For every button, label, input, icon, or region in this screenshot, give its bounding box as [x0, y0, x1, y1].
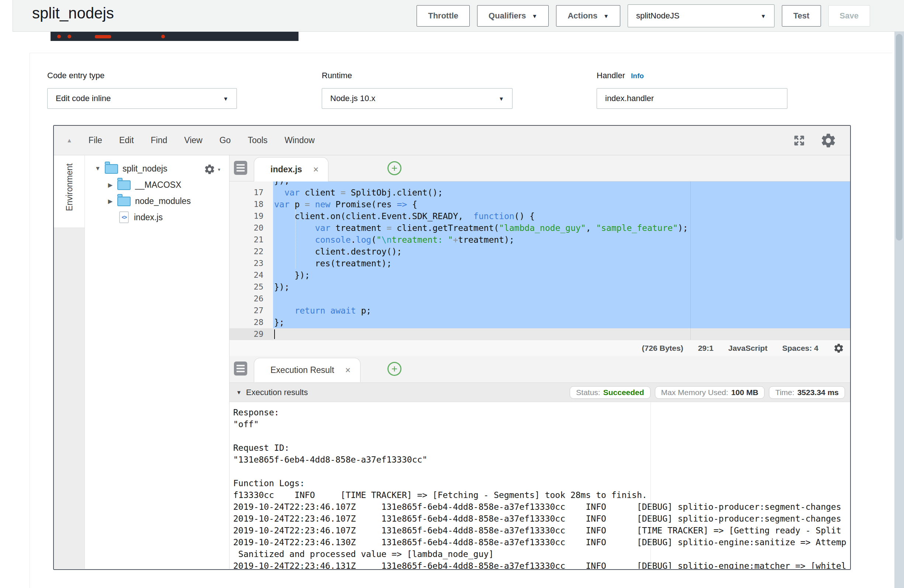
error-bar-icon — [95, 35, 111, 38]
gutter-line-number[interactable]: 28 — [229, 316, 273, 328]
badge-label: Max Memory Used: — [661, 388, 729, 397]
log-line-0: Response: — [233, 406, 850, 418]
file-tree-panel: ▼split_nodejs▶__MACOSX▶node_modules<>ind… — [85, 155, 229, 569]
menu-item-window[interactable]: Window — [284, 135, 315, 145]
menu-item-tools[interactable]: Tools — [248, 135, 267, 145]
chevron-right-icon[interactable]: ▶ — [106, 182, 115, 188]
statusbar-gear-icon[interactable] — [833, 343, 844, 354]
runtime-value: Node.js 10.x — [330, 94, 375, 103]
chevron-down-icon: ▼ — [603, 13, 609, 19]
execution-output[interactable]: Response:"off" Request ID:"131e865f-6eb4… — [229, 402, 850, 569]
chevron-down-icon[interactable]: ▼ — [236, 389, 242, 395]
gutter-line-number[interactable]: 22 — [229, 246, 273, 258]
close-icon[interactable]: × — [313, 165, 319, 174]
chevron-down-icon: ▼ — [760, 13, 766, 19]
gutter-line-number[interactable]: 21 — [229, 234, 273, 246]
aws-lambda-function-page: split_nodejs Throttle Qualifiers ▼ Actio… — [0, 0, 904, 588]
handler-label: Handler — [597, 71, 625, 81]
scrollbar-thumb[interactable] — [896, 34, 902, 240]
handler-info-link[interactable]: Info — [631, 72, 644, 80]
fullscreen-icon[interactable] — [793, 134, 806, 147]
menu-item-go[interactable]: Go — [220, 135, 231, 145]
code-line-content: var treatment = client.getTreatment("lam… — [273, 222, 850, 234]
execution-results-header: ▼ Execution results Status:SucceededMax … — [229, 383, 850, 402]
gutter-line-number[interactable]: 29 — [229, 328, 273, 340]
environment-tab-strip: Environment — [54, 155, 85, 569]
editor-settings-gear-icon[interactable] — [820, 132, 837, 149]
editor-menu-bar: ▲ FileEditFindViewGoToolsWindow — [54, 126, 850, 155]
code-entry-type-group: Code entry type Edit code inline ▼ — [47, 71, 237, 109]
runtime-group: Runtime Node.js 10.x ▼ — [322, 71, 512, 109]
code-line-content: return await p; — [273, 305, 850, 316]
tree-item-label: split_nodejs — [123, 164, 167, 174]
test-button[interactable]: Test — [782, 5, 821, 27]
log-line-11: 2019-10-24T22:23:46.130Z 131e865f-6eb4-4… — [233, 536, 850, 548]
throttle-button-label: Throttle — [428, 11, 458, 21]
chevron-down-icon: ▼ — [532, 13, 537, 19]
gutter-line-number[interactable]: 19 — [229, 210, 273, 222]
menu-item-find[interactable]: Find — [151, 135, 168, 145]
code-line-content: var p = new Promise(res => { — [273, 198, 850, 210]
folder-icon — [117, 197, 131, 206]
handler-input-value: index.handler — [605, 94, 654, 103]
code-line-content — [273, 328, 850, 340]
code-line-content: res(treatment); — [273, 258, 850, 269]
code-editor[interactable]: });17 var client = SplitObj.client();18v… — [229, 182, 850, 340]
execution-tab-bar: Execution Result × + — [229, 356, 850, 383]
indentation-setting[interactable]: Spaces: 4 — [782, 344, 819, 352]
menu-item-view[interactable]: View — [184, 135, 202, 145]
chevron-right-icon[interactable]: ▶ — [106, 198, 115, 205]
gutter-cell — [229, 182, 273, 187]
tab-index-js-label: index.js — [270, 164, 302, 174]
error-dot-icon — [68, 35, 71, 38]
language-mode[interactable]: JavaScript — [729, 344, 768, 352]
tab-index-js[interactable]: index.js × — [254, 157, 329, 182]
editor-pane: index.js × + });17 var client = SplitObj… — [229, 155, 850, 569]
handler-input[interactable]: index.handler — [597, 88, 787, 109]
code-line-23: 23 res(treatment); — [229, 258, 850, 269]
collapse-pane-icon[interactable]: ▲ — [66, 137, 72, 144]
log-line-6: Function Logs: — [233, 477, 850, 489]
runtime-select[interactable]: Node.js 10.x ▼ — [322, 88, 512, 109]
menu-item-edit[interactable]: Edit — [119, 135, 134, 145]
actions-button[interactable]: Actions ▼ — [556, 5, 620, 27]
chevron-down-icon[interactable]: ▼ — [93, 165, 103, 172]
tab-list-icon[interactable] — [234, 161, 247, 175]
gutter-line-number[interactable]: 17 — [229, 187, 273, 198]
gutter-line-number[interactable]: 24 — [229, 269, 273, 281]
badge-value: 3523.34 ms — [797, 388, 839, 397]
code-line-content: var client = SplitObj.client(); — [273, 187, 850, 198]
menu-item-file[interactable]: File — [89, 135, 102, 145]
test-event-select[interactable]: splitNodeJS ▼ — [627, 5, 774, 27]
tab-list-icon[interactable] — [234, 362, 247, 376]
log-line-3: Request ID: — [233, 442, 850, 454]
gutter-line-number[interactable]: 27 — [229, 305, 273, 316]
tree-row-node_modules[interactable]: ▶node_modules — [85, 193, 229, 209]
close-icon[interactable]: × — [345, 365, 351, 375]
code-entry-type-select[interactable]: Edit code inline ▼ — [47, 88, 237, 109]
save-button[interactable]: Save — [828, 5, 870, 27]
log-line-13: 2019-10-24T22:23:46.131Z 131e865f-6eb4-4… — [233, 560, 850, 569]
gutter-line-number[interactable]: 18 — [229, 198, 273, 210]
gutter-line-number[interactable]: 20 — [229, 222, 273, 234]
throttle-button[interactable]: Throttle — [417, 5, 470, 27]
code-rows: });17 var client = SplitObj.client();18v… — [229, 182, 850, 340]
new-tab-icon[interactable]: + — [387, 362, 401, 376]
qualifiers-button[interactable]: Qualifiers ▼ — [477, 5, 549, 27]
page-scrollbar[interactable] — [895, 32, 904, 588]
tree-item-label: __MACOSX — [135, 180, 181, 190]
editor-tab-bar: index.js × + — [229, 155, 850, 182]
file-tree-settings[interactable]: ▾ — [204, 163, 220, 175]
gutter-line-number[interactable]: 26 — [229, 293, 273, 305]
handler-group: Handler Info index.handler — [597, 71, 787, 109]
tree-row-__MACOSX[interactable]: ▶__MACOSX — [85, 177, 229, 193]
tree-row-index.js[interactable]: <>index.js — [85, 209, 229, 225]
save-button-label: Save — [840, 11, 859, 21]
tree-item-label: node_modules — [135, 196, 191, 206]
tab-execution-result[interactable]: Execution Result × — [254, 358, 360, 382]
new-tab-icon[interactable]: + — [387, 161, 401, 175]
gutter-line-number[interactable]: 25 — [229, 281, 273, 293]
tab-environment[interactable]: Environment — [64, 163, 74, 211]
gutter-line-number[interactable]: 23 — [229, 258, 273, 269]
cursor-position[interactable]: 29:1 — [698, 344, 714, 352]
